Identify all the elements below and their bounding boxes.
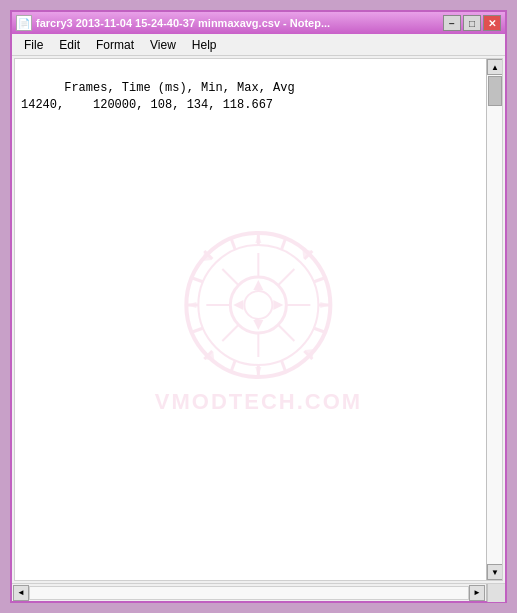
notepad-window: 📄 farcry3 2013-11-04 15-24-40-37 minmaxa… — [10, 10, 507, 603]
minimize-button[interactable]: − — [443, 15, 461, 31]
scroll-up-button[interactable]: ▲ — [487, 59, 503, 75]
title-bar-left: 📄 farcry3 2013-11-04 15-24-40-37 minmaxa… — [16, 15, 330, 31]
content-area: Frames, Time (ms), Min, Max, Avg 14240, … — [14, 58, 503, 581]
maximize-button[interactable]: □ — [463, 15, 481, 31]
menu-view[interactable]: View — [142, 36, 184, 54]
scrollbar-corner — [487, 584, 505, 602]
scroll-track-v[interactable] — [487, 75, 502, 564]
window-title: farcry3 2013-11-04 15-24-40-37 minmaxavg… — [36, 17, 330, 29]
scroll-left-button[interactable]: ◄ — [13, 585, 29, 601]
app-icon: 📄 — [16, 15, 32, 31]
menu-help[interactable]: Help — [184, 36, 225, 54]
vertical-scrollbar[interactable]: ▲ ▼ — [486, 59, 502, 580]
content-line2: 14240, 120000, 108, 134, 118.667 — [21, 98, 273, 112]
scroll-down-button[interactable]: ▼ — [487, 564, 503, 580]
bottom-area: ◄ ► — [12, 583, 505, 601]
scroll-thumb-v[interactable] — [488, 76, 502, 106]
menu-bar: File Edit Format View Help — [12, 34, 505, 56]
window-controls: − □ ✕ — [443, 15, 501, 31]
horizontal-scrollbar[interactable]: ◄ ► — [12, 584, 487, 601]
menu-format[interactable]: Format — [88, 36, 142, 54]
scroll-right-button[interactable]: ► — [469, 585, 485, 601]
title-bar: 📄 farcry3 2013-11-04 15-24-40-37 minmaxa… — [12, 12, 505, 34]
content-line1: Frames, Time (ms), Min, Max, Avg — [64, 81, 294, 95]
menu-edit[interactable]: Edit — [51, 36, 88, 54]
text-editor[interactable]: Frames, Time (ms), Min, Max, Avg 14240, … — [15, 59, 486, 580]
scroll-track-h[interactable] — [29, 586, 469, 600]
menu-file[interactable]: File — [16, 36, 51, 54]
close-button[interactable]: ✕ — [483, 15, 501, 31]
